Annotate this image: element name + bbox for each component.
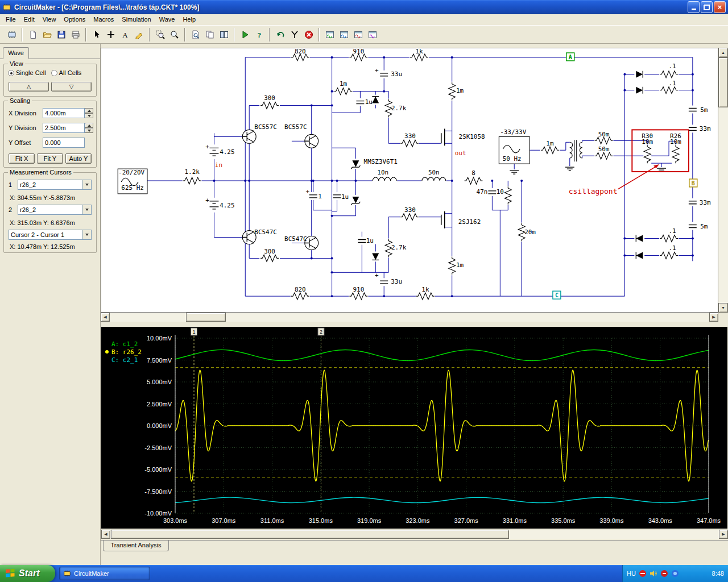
x-division-input[interactable]: [43, 108, 85, 118]
next-wave-button[interactable]: ▽: [51, 82, 92, 92]
menu-simulation[interactable]: Simulation: [118, 15, 155, 24]
component-label: 1m: [340, 80, 348, 88]
probe-button[interactable]: [287, 27, 301, 41]
tray-network-icon[interactable]: [671, 569, 679, 577]
search-button[interactable]: [188, 27, 202, 41]
run-button[interactable]: [238, 27, 252, 41]
axis-labels: 10.00mV7.500mV5.000mV2.500mV0.000mV-2.50…: [144, 335, 721, 524]
stop-button[interactable]: [301, 27, 316, 41]
schematic-vertical-scrollbar[interactable]: ▲ ▼: [718, 48, 728, 313]
fit-x-button[interactable]: Fit X: [9, 153, 35, 164]
spin-down-icon: [88, 130, 91, 132]
add-part-button[interactable]: [104, 27, 118, 41]
menu-view[interactable]: View: [39, 15, 60, 24]
menu-help[interactable]: Help: [179, 15, 200, 24]
component-label: 1m: [456, 87, 464, 94]
menu-wave[interactable]: Wave: [155, 15, 179, 24]
schematic-area: 8209101k+33u1m1m3001u2.7kBC557CBC557C330…: [101, 48, 728, 322]
scroll-left-button[interactable]: ◀: [101, 313, 110, 322]
minimize-icon: [692, 9, 696, 10]
open-button[interactable]: [40, 27, 54, 41]
cursor1-signal-select[interactable]: r26_2: [18, 180, 92, 190]
menu-file[interactable]: File: [2, 15, 20, 24]
component-label: 2SJ162: [458, 218, 481, 226]
scope-2-button[interactable]: [337, 27, 351, 41]
y-division-input[interactable]: [43, 123, 85, 133]
scroll-left-button[interactable]: ◀: [101, 530, 110, 539]
tray-status-icon[interactable]: [639, 569, 647, 577]
scroll-right-button[interactable]: ▶: [709, 313, 718, 322]
zoom-area-button[interactable]: [153, 27, 167, 41]
clock[interactable]: 8:48: [712, 570, 724, 577]
waveform-plot[interactable]: 1210.00mV7.500mV5.000mV2.500mV0.000mV-2.…: [101, 327, 727, 529]
scroll-thumb[interactable]: [111, 530, 509, 539]
copy-button[interactable]: [202, 27, 217, 41]
component-label: BC557C: [284, 123, 307, 131]
split-view-button[interactable]: [217, 27, 231, 41]
run-icon: [241, 30, 250, 39]
taskbar-app-circuitmaker[interactable]: CircuitMaker: [59, 567, 150, 580]
add-part-icon: [106, 30, 115, 39]
component-label: 2SK1058: [458, 133, 485, 140]
svg-text:2.500mV: 2.500mV: [147, 401, 172, 408]
toolbar: A?: [0, 25, 728, 44]
wire-button[interactable]: [132, 27, 146, 41]
language-indicator[interactable]: HU: [627, 570, 636, 577]
fit-y-button[interactable]: Fit Y: [37, 153, 63, 164]
open-icon: [43, 30, 52, 39]
svg-text:347.0ms: 347.0ms: [697, 517, 721, 524]
scroll-thumb[interactable]: [718, 57, 728, 107]
print-button[interactable]: [68, 27, 82, 41]
dropdown-button[interactable]: [82, 180, 91, 189]
probe-marker-letter: B: [692, 180, 695, 186]
scroll-thumb[interactable]: [186, 313, 226, 322]
tab-wave[interactable]: Wave: [3, 47, 29, 59]
restore-button[interactable]: [701, 1, 713, 13]
dropdown-button[interactable]: [82, 230, 91, 239]
schematic-horizontal-scrollbar[interactable]: ◀ ▶: [101, 313, 718, 322]
scaling-group-label: Scaling: [8, 97, 32, 104]
component-label: BC557C: [254, 123, 277, 131]
previous-wave-button[interactable]: △: [9, 82, 49, 92]
y-offset-input[interactable]: [43, 138, 85, 148]
text-button[interactable]: A: [118, 27, 132, 41]
auto-y-button[interactable]: Auto Y: [65, 153, 92, 164]
menu-options[interactable]: Options: [60, 15, 89, 24]
component-label: 1k: [415, 48, 423, 55]
copy-icon: [205, 30, 214, 39]
dropdown-button[interactable]: [82, 205, 91, 214]
zoom-button[interactable]: [167, 27, 181, 41]
save-button[interactable]: [54, 27, 68, 41]
scope-3-button[interactable]: [351, 27, 365, 41]
svg-text:0.000mV: 0.000mV: [147, 422, 172, 429]
close-button[interactable]: ×: [714, 1, 726, 13]
menu-macros[interactable]: Macros: [89, 15, 118, 24]
parts-bin-button[interactable]: [5, 27, 19, 41]
start-button[interactable]: Start: [0, 565, 55, 582]
single-cell-radio[interactable]: [8, 70, 14, 76]
schematic-viewport[interactable]: 8209101k+33u1m1m3001u2.7kBC557CBC557C330…: [101, 48, 718, 313]
help-button[interactable]: ?: [252, 27, 266, 41]
scroll-right-button[interactable]: ▶: [719, 530, 728, 539]
menu-edit[interactable]: Edit: [20, 15, 39, 24]
all-cells-radio[interactable]: [51, 70, 57, 76]
scroll-down-button[interactable]: ▼: [718, 303, 728, 313]
component-label: 50m: [598, 131, 610, 138]
undo-button[interactable]: [273, 27, 287, 41]
scope-4-button[interactable]: [365, 27, 379, 41]
x-division-spinner[interactable]: [85, 108, 93, 118]
select-button[interactable]: [89, 27, 104, 41]
scope-1-button[interactable]: [322, 27, 337, 41]
volume-icon[interactable]: [650, 569, 657, 577]
tab-transient-analysis[interactable]: Transient Analysis: [103, 541, 169, 551]
tray-alert-icon[interactable]: [660, 569, 668, 577]
select-icon: [92, 30, 101, 39]
new-button[interactable]: [26, 27, 40, 41]
component-label: +: [205, 197, 209, 204]
cursor-diff-select[interactable]: Cursor 2 - Cursor 1: [9, 230, 92, 240]
waveform-horizontal-scrollbar[interactable]: ◀ ▶: [101, 530, 728, 539]
scroll-up-button[interactable]: ▲: [718, 48, 728, 57]
y-division-spinner[interactable]: [85, 123, 93, 133]
cursor2-signal-select[interactable]: r26_2: [18, 205, 92, 215]
minimize-button[interactable]: [688, 1, 700, 13]
